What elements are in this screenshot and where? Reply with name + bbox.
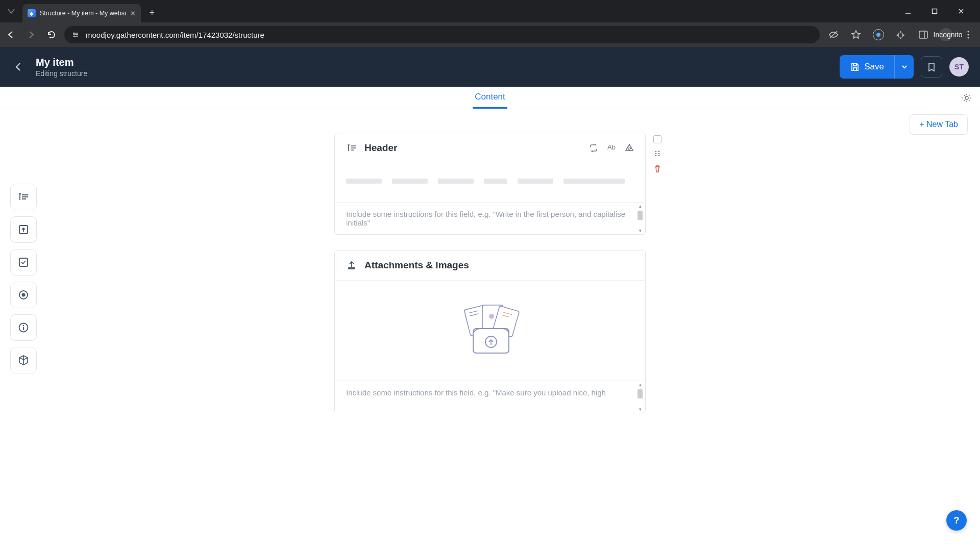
svg-point-14 — [965, 96, 968, 99]
favicon-icon: ◆ — [28, 9, 36, 17]
browser-tab-active[interactable]: ◆ Structure - My item - My websi ✕ — [22, 4, 141, 22]
svg-point-4 — [74, 36, 76, 37]
gear-icon — [962, 93, 972, 103]
incognito-label: Incognito — [934, 31, 963, 39]
chevron-down-icon — [901, 63, 908, 70]
extensions-icon[interactable] — [894, 28, 908, 41]
save-icon — [850, 62, 860, 72]
svg-rect-1 — [933, 9, 937, 14]
svg-point-11 — [967, 31, 969, 32]
url-text: moodjoy.gathercontent.com/item/17423032/… — [86, 31, 264, 39]
svg-point-2 — [74, 33, 75, 34]
browser-tab-title: Structure - My item - My websi — [40, 10, 126, 17]
browser-reload-button[interactable] — [46, 29, 57, 40]
address-bar[interactable]: moodjoy.gathercontent.com/item/17423032/… — [64, 26, 820, 43]
window-minimize-button[interactable] — [900, 4, 916, 19]
tab-settings-button[interactable] — [962, 93, 972, 103]
site-settings-icon[interactable] — [71, 31, 80, 39]
browser-forward-button — [26, 29, 37, 40]
browser-menu-icon[interactable] — [962, 28, 975, 41]
bookmark-star-icon[interactable] — [849, 28, 863, 41]
window-close-button[interactable] — [953, 4, 969, 19]
browser-back-button[interactable] — [5, 29, 16, 40]
window-maximize-button[interactable] — [927, 4, 942, 19]
svg-point-13 — [967, 37, 969, 38]
browser-window-drag — [4, 7, 18, 15]
save-dropdown-button[interactable] — [894, 55, 914, 79]
tab-close-icon[interactable]: ✕ — [130, 10, 136, 17]
sidepanel-icon[interactable] — [917, 28, 930, 41]
profile-icon[interactable] — [872, 28, 885, 41]
back-button[interactable] — [11, 60, 26, 74]
page-title: My item — [36, 57, 87, 68]
save-button[interactable]: Save — [840, 55, 894, 79]
bookmark-icon — [926, 62, 937, 72]
new-browser-tab-button[interactable]: + — [145, 6, 159, 20]
svg-rect-6 — [919, 31, 927, 38]
avatar-initials: ST — [954, 63, 964, 71]
save-button-label: Save — [864, 62, 884, 72]
template-button[interactable] — [921, 56, 942, 78]
eye-blocked-icon[interactable] — [827, 28, 840, 41]
tab-content[interactable]: Content — [473, 87, 507, 109]
incognito-badge[interactable]: Incognito — [939, 28, 952, 41]
svg-point-12 — [967, 34, 969, 35]
svg-point-3 — [77, 34, 78, 36]
page-subtitle: Editing structure — [36, 69, 87, 78]
tab-content-label: Content — [475, 92, 505, 102]
user-avatar[interactable]: ST — [949, 57, 969, 77]
